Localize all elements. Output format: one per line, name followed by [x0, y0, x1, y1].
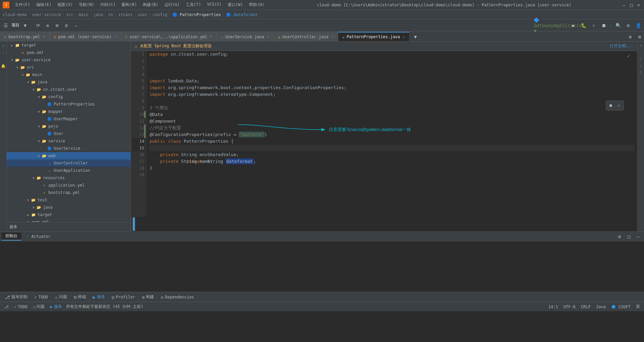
gradle-icon[interactable]: G [638, 56, 644, 62]
sync-btn[interactable]: ⟳ [34, 21, 43, 30]
menu-run[interactable]: 运行(U) [162, 1, 182, 8]
tree-item-user-controller[interactable]: ▶ ☕ UserController [7, 159, 130, 167]
menu-refactor[interactable]: 重构(R) [119, 1, 140, 8]
tree-item-resources[interactable]: ▼ 📂 resources [7, 174, 130, 182]
input-method[interactable]: 英 [635, 303, 641, 310]
close-button[interactable]: × [636, 2, 641, 8]
problems-btn[interactable]: ⚠ 问题 [53, 293, 69, 300]
breadcrumb-user-service[interactable]: user-service [32, 12, 61, 17]
tree-item-user-service[interactable]: ▼ 📂 user-service [7, 56, 130, 64]
tab-pattern-properties[interactable]: ☕ PatternProperties.java × [338, 32, 410, 41]
todo-status[interactable]: ✓ TODO [13, 304, 29, 310]
stop-btn[interactable]: ⏹ [599, 21, 608, 30]
bottom-expand-btn[interactable]: □ [625, 232, 633, 241]
breadcrumb-java[interactable]: java [93, 12, 103, 17]
build-btn[interactable]: ⚒ 构建 [140, 293, 156, 300]
breadcrumb-itcast[interactable]: itcast [118, 12, 132, 17]
encoding-status[interactable]: UTF-8 [562, 304, 577, 310]
breadcrumb-user[interactable]: user [138, 12, 148, 17]
menu-vcs[interactable]: VCS(S) [204, 1, 224, 8]
tree-item-pattern-properties[interactable]: ▶ 🔵 PatternProperties [7, 100, 130, 108]
breadcrumb-main[interactable]: main [78, 12, 88, 17]
maximize-button[interactable]: □ [629, 2, 634, 8]
tab-close-pom[interactable]: × [113, 35, 117, 39]
tree-item-bootstrap-yml[interactable]: ▶ ⚙ bootstrap.yml [7, 189, 130, 196]
run-btn[interactable]: ▶ [569, 21, 578, 30]
bookmark-icon[interactable]: ★ [0, 50, 6, 56]
code-content[interactable]: package cn.itcast.user.config; import lo… [147, 51, 637, 217]
tab-user-controller[interactable]: ☕ UserController.java × [274, 32, 338, 41]
tree-item-main[interactable]: ▼ 📂 main [7, 71, 130, 78]
expand-btn[interactable]: ▼ [21, 21, 30, 30]
menu-tools[interactable]: 工具(T) [183, 1, 204, 8]
tree-item-app-yml[interactable]: ▶ ⚙ application.yml [7, 182, 130, 189]
notifications-icon[interactable]: 🔔 [0, 63, 6, 69]
breadcrumb-src[interactable]: src [66, 12, 73, 17]
todo-btn[interactable]: ✓ TODO [32, 294, 50, 300]
tree-item-cn-itcast[interactable]: ▼ 📂 cn.itcast.user [7, 86, 130, 93]
collapse-all-btn[interactable]: ≡ [43, 21, 52, 30]
todo-icon[interactable]: ✓ [0, 70, 6, 76]
version-control-btn[interactable]: ⎇ 版本控制 [3, 293, 30, 300]
tree-item-test-java[interactable]: ▼ 📂 java [7, 204, 130, 211]
user-icon[interactable]: 👤 [634, 21, 643, 30]
tab-close-user-service[interactable]: × [266, 35, 270, 39]
editor-split-btn[interactable]: ⊞ [635, 32, 644, 41]
breadcrumb-pattern-properties[interactable]: 🔵 PatternProperties [172, 12, 221, 17]
expand-all-btn[interactable]: ⊞ [53, 21, 61, 30]
tree-item-pom[interactable]: ▶ m pom.xml [7, 49, 130, 56]
terminal-btn[interactable]: ⊡ 终端 [72, 293, 88, 300]
services-btn[interactable]: ▶ 服务 [91, 293, 107, 300]
tab-pom-xml[interactable]: m pom.xml (user-service) × [50, 32, 121, 41]
line-separator-status[interactable]: CRLF [580, 304, 592, 310]
tab-console[interactable]: 控制台 [1, 232, 21, 241]
breadcrumb-dateformat[interactable]: 🔵 dateformat [226, 12, 258, 17]
tree-item-user[interactable]: ▶ 🔵 User [7, 130, 130, 137]
menu-nav[interactable]: 导航(N) [76, 1, 97, 8]
profile-btn[interactable]: ⚡ [589, 21, 598, 30]
tree-item-pojo[interactable]: ▼ 📂 pojo [7, 123, 130, 130]
breadcrumb-config[interactable]: config [153, 12, 167, 17]
tree-item-mapper[interactable]: ▼ 📂 mapper [7, 108, 130, 115]
tab-close-bootstrap[interactable]: × [42, 35, 45, 39]
tab-close-user-controller[interactable]: × [330, 35, 334, 39]
tab-user-service-java[interactable]: ☕ UserService.java × [217, 32, 274, 41]
tab-close-pattern[interactable]: × [402, 35, 405, 39]
structure-icon[interactable]: ≡ [0, 43, 6, 49]
database-icon[interactable]: D [638, 70, 644, 76]
bottom-close-btn[interactable]: — [634, 232, 643, 241]
tab-close-app-yml[interactable]: × [209, 35, 213, 39]
tree-toggle-btn[interactable]: ☰ [1, 21, 10, 30]
open-doc-link[interactable]: 打开文档... [610, 43, 633, 49]
problems-status[interactable]: ⚠ 问题 [32, 303, 46, 310]
gateway-app-btn[interactable]: 🔷 GatewayApplication ▼ [555, 21, 564, 30]
menu-help[interactable]: 帮助(H) [246, 1, 267, 8]
tree-item-user-service-java[interactable]: ▶ 🔵 UserService [7, 145, 130, 152]
profiler-btn[interactable]: ◎ Profiler [110, 294, 137, 300]
cursor-position[interactable]: 14:1 [547, 304, 559, 310]
maven-icon[interactable]: M [638, 43, 644, 49]
tree-item-src[interactable]: ▼ 📂 src [7, 64, 130, 71]
settings-btn[interactable]: ⚙ [62, 21, 71, 30]
settings-gear-btn[interactable]: ⚙ [624, 21, 633, 30]
menu-code[interactable]: 代码(C) [98, 1, 118, 8]
language-status[interactable]: Java [595, 304, 607, 310]
tab-bootstrap-yml[interactable]: m bootstrap.yml × [0, 32, 50, 41]
tab-actuator[interactable]: ⚡ Actuator [23, 232, 55, 241]
breadcrumb-cloud-demo[interactable]: cloud-demo [3, 12, 27, 17]
menu-view[interactable]: 视图(V) [55, 1, 75, 8]
menu-file[interactable]: 文件(F) [12, 1, 33, 8]
tree-item-config[interactable]: ▼ 📂 config [7, 93, 130, 100]
tree-item-pom-2[interactable]: ▶ m pom.xml [7, 218, 130, 222]
service-status[interactable]: ▶ 服务 [49, 303, 63, 310]
debug-btn[interactable]: 🐛 [579, 21, 588, 30]
tree-item-service[interactable]: ▼ 📂 service [7, 137, 130, 145]
spring-icon[interactable]: S [638, 63, 644, 69]
tab-application-yml[interactable]: m user-service\...\application.yml × [121, 32, 217, 41]
editor-settings-btn[interactable]: ⚙ [626, 32, 635, 41]
git-status[interactable]: ⎇ [3, 304, 10, 310]
breadcrumb-cn[interactable]: cn [108, 12, 113, 17]
memory-status[interactable]: 🔷 CSUFT [610, 304, 632, 310]
bottom-settings-btn[interactable]: ⚙ [615, 232, 624, 241]
tree-item-web[interactable]: ▼ 📂 web [7, 152, 130, 159]
